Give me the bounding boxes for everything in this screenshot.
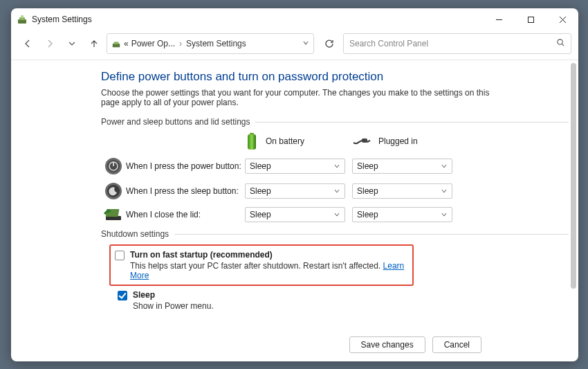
content-pane: Define power buttons and turn on passwor… (11, 60, 578, 331)
sleep-label: Sleep (133, 290, 214, 300)
window-title: System Settings (32, 15, 92, 24)
breadcrumb-prefix: « (124, 39, 129, 48)
sleep-desc: Show in Power menu. (133, 301, 214, 311)
address-chevron-icon[interactable] (302, 39, 309, 48)
maximize-button[interactable] (515, 8, 546, 30)
fast-startup-desc: This helps start your PC faster after sh… (130, 261, 380, 271)
forward-button[interactable] (40, 34, 59, 53)
svg-rect-2 (21, 15, 24, 18)
col-plugged: Plugged in (352, 136, 459, 146)
app-icon (17, 14, 28, 25)
recent-dropdown-button[interactable] (62, 34, 82, 53)
close-button[interactable] (546, 8, 578, 30)
close-lid-plugged-select[interactable]: Sleep (352, 207, 452, 222)
power-button-label: When I press the power button: (126, 161, 245, 171)
sleep-button-icon (104, 182, 122, 200)
scrollbar-thumb[interactable] (571, 63, 576, 289)
up-button[interactable] (84, 34, 104, 53)
section-shutdown: Shutdown settings (101, 229, 569, 239)
column-headers: On battery Plugged in (101, 132, 569, 150)
svg-point-6 (558, 39, 562, 44)
svg-rect-3 (528, 17, 533, 22)
svg-rect-9 (362, 138, 367, 143)
svg-rect-5 (114, 42, 119, 44)
fast-startup-label: Turn on fast startup (recommended) (130, 250, 408, 260)
refresh-button[interactable] (320, 34, 339, 53)
power-button-icon (104, 157, 122, 175)
save-button[interactable]: Save changes (349, 336, 425, 353)
row-power-button: When I press the power button: Sleep Sle… (101, 157, 569, 175)
section-shutdown-label: Shutdown settings (101, 229, 169, 239)
power-button-battery-select[interactable]: Sleep (245, 159, 345, 174)
search-icon (556, 38, 565, 49)
laptop-lid-icon (103, 207, 124, 222)
minimize-button[interactable] (483, 8, 515, 30)
row-sleep-button: When I press the sleep button: Sleep Sle… (101, 182, 569, 200)
page-title: Define power buttons and turn on passwor… (101, 70, 569, 84)
plug-icon (352, 136, 371, 146)
battery-icon (245, 132, 259, 150)
sleep-button-label: When I press the sleep button: (126, 186, 245, 196)
col-battery: On battery (245, 132, 352, 150)
page-description: Choose the power settings that you want … (101, 88, 509, 107)
section-buttons-lid-label: Power and sleep buttons and lid settings (101, 117, 250, 127)
breadcrumb-sep-icon: › (178, 39, 183, 48)
back-button[interactable] (18, 34, 37, 53)
titlebar: System Settings (11, 8, 578, 30)
col-plugged-label: Plugged in (378, 136, 418, 146)
row-close-lid: When I close the lid: Sleep Sleep (101, 207, 569, 222)
col-battery-label: On battery (266, 136, 304, 146)
address-app-icon (111, 39, 121, 48)
sleep-checkbox[interactable] (118, 291, 127, 300)
sleep-button-battery-select[interactable]: Sleep (245, 183, 345, 199)
fast-startup-checkbox[interactable] (115, 251, 125, 260)
address-bar[interactable]: « Power Op... › System Settings (107, 33, 314, 54)
power-button-plugged-select[interactable]: Sleep (352, 159, 452, 174)
settings-window: System Settings « (11, 8, 578, 361)
svg-rect-8 (248, 134, 256, 150)
fast-startup-highlight: Turn on fast startup (recommended) This … (109, 244, 414, 286)
footer: Save changes Cancel (11, 331, 578, 361)
section-buttons-lid: Power and sleep buttons and lid settings (101, 117, 569, 127)
search-placeholder: Search Control Panel (349, 39, 556, 48)
breadcrumb-crumb1[interactable]: Power Op... (131, 39, 175, 48)
search-input[interactable]: Search Control Panel (343, 33, 571, 54)
navbar: « Power Op... › System Settings Search C… (11, 30, 578, 60)
cancel-button[interactable]: Cancel (432, 336, 481, 353)
close-lid-label: When I close the lid: (126, 210, 245, 219)
breadcrumb-crumb2[interactable]: System Settings (186, 39, 246, 48)
close-lid-battery-select[interactable]: Sleep (245, 207, 345, 222)
scrollbar[interactable] (570, 63, 577, 328)
sleep-button-plugged-select[interactable]: Sleep (352, 183, 452, 199)
